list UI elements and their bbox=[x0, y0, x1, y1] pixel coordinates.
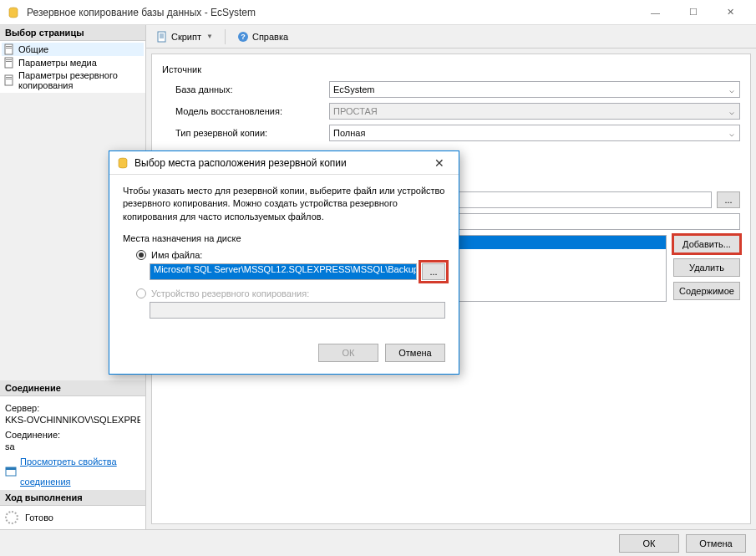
svg-rect-11 bbox=[6, 467, 16, 470]
minimize-button[interactable]: — bbox=[637, 1, 674, 24]
remove-button[interactable]: Удалить bbox=[673, 258, 740, 277]
progress-header: Ход выполнения bbox=[0, 490, 145, 506]
svg-rect-7 bbox=[5, 75, 13, 85]
device-radio-label: Устройство резервного копирования: bbox=[151, 288, 309, 298]
browse-destination-button[interactable]: ... bbox=[717, 191, 740, 208]
tree-item-label: Параметры медиа bbox=[18, 58, 97, 68]
maximize-button[interactable]: ☐ bbox=[674, 1, 712, 24]
view-connection-props-link[interactable]: Просмотреть свойства соединения bbox=[5, 457, 140, 487]
filename-radio-label: Имя файла: bbox=[151, 250, 202, 260]
tree-item-label: Параметры резервного копирования bbox=[18, 70, 142, 90]
progress-status: Готово bbox=[25, 513, 53, 523]
recovery-model-field: ПРОСТАЯ bbox=[329, 103, 740, 120]
page-icon bbox=[3, 74, 15, 86]
modal-titlebar: Выбор места расположения резервной копии… bbox=[109, 151, 459, 175]
svg-rect-5 bbox=[6, 59, 12, 60]
connection-header: Соединение bbox=[0, 380, 145, 396]
svg-rect-3 bbox=[6, 48, 12, 48]
database-select[interactable]: EcSystem bbox=[329, 81, 740, 98]
progress-section: Готово bbox=[0, 506, 145, 529]
chevron-down-icon: ▼ bbox=[206, 33, 213, 40]
script-icon bbox=[156, 31, 168, 43]
svg-rect-12 bbox=[158, 32, 165, 42]
ok-button[interactable]: ОК bbox=[619, 534, 679, 553]
toolbar-separator bbox=[225, 29, 226, 44]
svg-rect-6 bbox=[6, 61, 12, 62]
filename-radio[interactable] bbox=[136, 250, 146, 260]
page-select-header: Выбор страницы bbox=[0, 25, 145, 41]
tree-item-general[interactable]: Общие bbox=[2, 43, 144, 56]
window-title: Резервное копирование базы данных - EcSy… bbox=[27, 7, 637, 18]
browse-file-button[interactable]: ... bbox=[422, 263, 445, 280]
filename-radio-row[interactable]: Имя файла: bbox=[136, 250, 445, 260]
modal-description: Чтобы указать место для резервной копии,… bbox=[123, 185, 445, 223]
svg-text:?: ? bbox=[241, 33, 246, 41]
connection-value: sa bbox=[5, 441, 140, 451]
modal-close-button[interactable]: ✕ bbox=[427, 153, 452, 173]
filename-input[interactable]: Microsoft SQL Server\MSSQL12.SQLEXPRESS\… bbox=[150, 263, 417, 280]
window-titlebar: Резервное копирование базы данных - EcSy… bbox=[0, 0, 756, 25]
svg-rect-2 bbox=[6, 46, 12, 47]
cancel-button[interactable]: Отмена bbox=[686, 534, 746, 553]
server-label: Сервер: bbox=[5, 403, 140, 413]
svg-rect-4 bbox=[5, 58, 13, 68]
svg-rect-9 bbox=[6, 79, 12, 79]
toolbar: Скрипт ▼ ? Справка bbox=[146, 25, 756, 48]
dialog-footer: ОК Отмена bbox=[0, 529, 756, 556]
database-label: База данных: bbox=[162, 84, 329, 94]
database-icon bbox=[116, 156, 129, 170]
add-button[interactable]: Добавить... bbox=[673, 235, 740, 253]
tree-item-media[interactable]: Параметры медиа bbox=[2, 56, 144, 69]
page-tree: Общие Параметры медиа Параметры резервно… bbox=[0, 41, 145, 93]
help-button[interactable]: ? Справка bbox=[232, 29, 293, 44]
backup-type-select[interactable]: Полная bbox=[329, 125, 740, 141]
close-button[interactable]: ✕ bbox=[712, 1, 749, 24]
tree-item-backup-params[interactable]: Параметры резервного копирования bbox=[2, 69, 144, 91]
connection-label: Соединение: bbox=[5, 430, 140, 440]
page-icon bbox=[3, 57, 15, 69]
svg-rect-1 bbox=[5, 44, 13, 54]
modal-ok-button[interactable]: ОК bbox=[318, 344, 378, 362]
recovery-model-label: Модель восстановления: bbox=[162, 106, 329, 116]
modal-group-label: Места назначения на диске bbox=[123, 233, 445, 243]
connection-section: Сервер: KKS-OVCHINNIKOV\SQLEXPRE Соедине… bbox=[0, 396, 145, 490]
device-radio-row[interactable]: Устройство резервного копирования: bbox=[136, 288, 445, 298]
device-input bbox=[150, 302, 445, 319]
modal-cancel-button[interactable]: Отмена bbox=[385, 344, 445, 362]
contents-button[interactable]: Содержимое bbox=[673, 282, 740, 300]
tree-item-label: Общие bbox=[18, 44, 48, 54]
modal-title: Выбор места расположения резервной копии bbox=[134, 157, 427, 169]
help-icon: ? bbox=[237, 31, 249, 43]
page-icon bbox=[3, 43, 15, 55]
database-icon bbox=[7, 6, 20, 19]
server-value: KKS-OVCHINNIKOV\SQLEXPRE bbox=[5, 415, 140, 425]
properties-icon bbox=[5, 466, 17, 477]
source-group-label: Источник bbox=[162, 64, 740, 74]
backup-type-label: Тип резервной копии: bbox=[162, 128, 329, 138]
device-radio bbox=[136, 288, 146, 298]
script-button[interactable]: Скрипт ▼ bbox=[151, 29, 218, 44]
spinner-icon bbox=[5, 511, 18, 524]
location-dialog: Выбор места расположения резервной копии… bbox=[109, 150, 459, 375]
svg-rect-8 bbox=[6, 77, 12, 78]
